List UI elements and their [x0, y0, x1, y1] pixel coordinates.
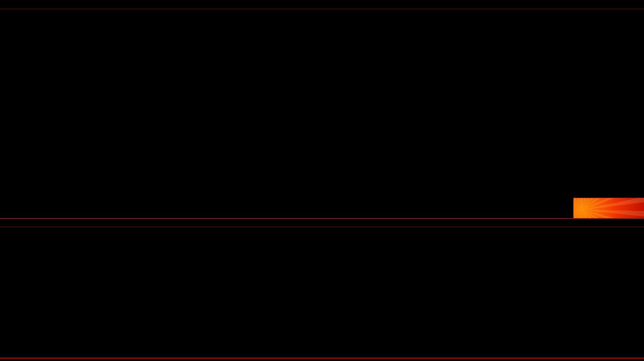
promo-banner[interactable] — [573, 198, 644, 219]
kline-chart-canvas[interactable] — [0, 9, 644, 218]
indicator-chart-canvas[interactable] — [0, 227, 644, 354]
indicator-header — [0, 219, 644, 227]
window-bottom-border — [0, 358, 644, 358]
kline-header — [0, 0, 644, 9]
tdx-chart-window — [0, 0, 644, 361]
